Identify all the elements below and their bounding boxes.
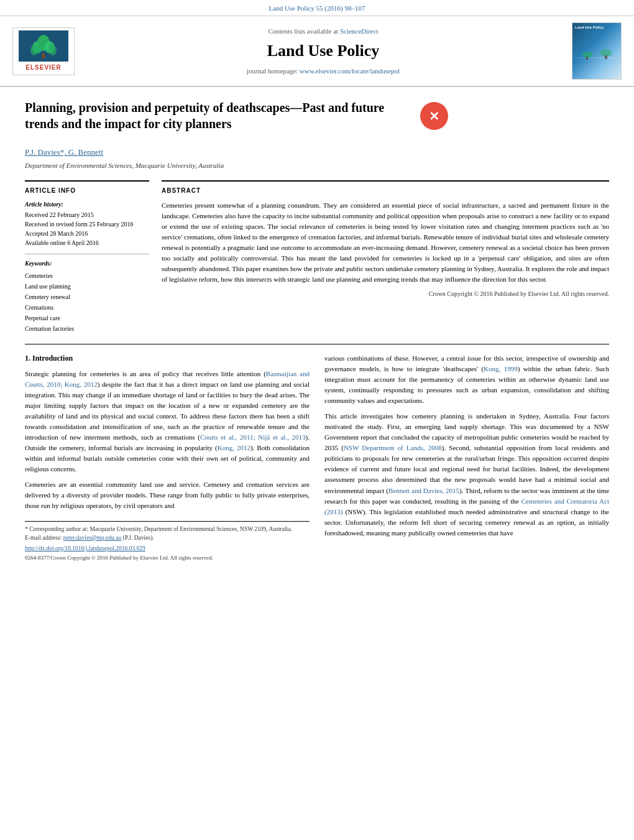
abstract-heading: ABSTRACT: [162, 187, 609, 195]
intro-para-2: Cemeteries are an essential community la…: [25, 479, 310, 511]
intro-heading: 1. Introduction: [25, 353, 310, 364]
keyword-6: Cremation factories: [25, 323, 149, 334]
article-info-heading: ARTICLE INFO: [25, 187, 149, 195]
main-divider: [25, 344, 609, 344]
journal-cover-image: Land Use Policy: [572, 23, 621, 79]
keywords-list: Cemeteries Land use planning Cemetery re…: [25, 270, 149, 334]
ref-act-2013[interactable]: Cemeteries and Crematoria Act (2013): [324, 497, 609, 515]
doi-line: http://dx.doi.org/10.1016/j.landusepol.2…: [25, 545, 310, 553]
keyword-1: Cemeteries: [25, 270, 149, 281]
article-dates: Received 22 February 2015 Received in re…: [25, 210, 149, 247]
ref-basmaijian[interactable]: Basmaijian and Coutts, 2010; Kong, 2012: [25, 370, 310, 388]
abstract-section: ABSTRACT Cemeteries present somewhat of …: [162, 180, 609, 334]
intro-para-1: Strategic planning for cemeteries is an …: [25, 369, 310, 474]
svg-point-6: [49, 45, 57, 55]
contents-label: Contents lists available at: [268, 27, 339, 35]
article-info-panel: ARTICLE INFO Article history: Received 2…: [25, 180, 149, 334]
keyword-4: Cremations: [25, 302, 149, 313]
crossmark-icon: ✕: [429, 108, 439, 125]
svg-rect-12: [605, 55, 607, 59]
tree-icon: [25, 32, 62, 60]
homepage-link[interactable]: www.elsevier.com/locate/landusepol: [300, 67, 400, 75]
body-columns: 1. Introduction Strategic planning for c…: [25, 353, 609, 562]
ref-bennett[interactable]: Bennett and Davies, 2015: [388, 487, 459, 494]
svg-rect-4: [42, 53, 45, 58]
email-link[interactable]: peter.davies@mq.edu.au: [63, 535, 121, 541]
body-col-left: 1. Introduction Strategic planning for c…: [25, 353, 310, 562]
cover-illustration: [575, 33, 618, 67]
ref-coutts[interactable]: Coutts et al., 2011; Nijã et al., 2013: [200, 433, 306, 441]
email-attribution: (P.J. Davies).: [121, 535, 154, 541]
abstract-copyright: Crown Copyright © 2016 Published by Else…: [162, 290, 609, 298]
elsevier-logo-image: [19, 30, 68, 62]
elsevier-brand-text: ELSEVIER: [25, 63, 61, 72]
accepted-date: Accepted 28 March 2016: [25, 229, 149, 238]
svg-point-5: [30, 45, 38, 55]
authors-text: P.J. Davies*, G. Bennett: [25, 147, 103, 157]
body-col-right: various combinations of these. However, …: [324, 353, 609, 562]
cover-title-text: Land Use Policy: [575, 25, 604, 30]
info-divider: [25, 254, 149, 254]
email-line: E-mail address: peter.davies@mq.edu.au (…: [25, 534, 310, 542]
keyword-5: Perpetual care: [25, 313, 149, 323]
history-label: Article history:: [25, 200, 149, 209]
svg-rect-7: [575, 33, 618, 67]
author-link[interactable]: P.J. Davies*, G. Bennett: [25, 147, 103, 157]
citation-text: Land Use Policy 55 (2016) 98–107: [269, 4, 365, 12]
article-info-abstract-row: ARTICLE INFO Article history: Received 2…: [25, 180, 609, 334]
intro-right-para-1: various combinations of these. However, …: [324, 353, 609, 406]
intro-right-para-2: This article investigates how cemetery p…: [324, 411, 609, 538]
journal-cover: Land Use Policy: [572, 22, 622, 80]
article-title: Planning, provision and perpetuity of de…: [25, 99, 410, 132]
elsevier-logo: ELSEVIER: [12, 27, 75, 75]
journal-header: ELSEVIER Contents lists available at Sci…: [0, 16, 634, 87]
svg-rect-11: [586, 57, 588, 60]
article-content: Planning, provision and perpetuity of de…: [0, 87, 634, 574]
citation-bar: Land Use Policy 55 (2016) 98–107: [0, 0, 634, 16]
received-date: Received 22 February 2015: [25, 210, 149, 219]
authors: P.J. Davies*, G. Bennett: [25, 147, 609, 158]
journal-name: Land Use Policy: [87, 40, 559, 62]
corresponding-author-note: * Corresponding author at: Macquarie Uni…: [25, 525, 310, 533]
keyword-2: Land use planning: [25, 281, 149, 292]
footer-copyright: 0264-8377/Crown Copyright © 2016 Publish…: [25, 554, 310, 562]
journal-center: Contents lists available at ScienceDirec…: [75, 27, 572, 76]
ref-kong-1999[interactable]: Kong, 1999: [484, 365, 518, 372]
keywords-label: Keywords:: [25, 259, 149, 268]
crossmark-badge[interactable]: ✕: [420, 102, 448, 130]
journal-homepage: journal homepage: www.elsevier.com/locat…: [87, 67, 559, 76]
keyword-3: Cemetery renewal: [25, 292, 149, 302]
footnote-area: * Corresponding author at: Macquarie Uni…: [25, 521, 310, 561]
available-online-date: Available online 6 April 2016: [25, 238, 149, 247]
received-revised-date: Received in revised form 25 February 201…: [25, 219, 149, 229]
homepage-label: journal homepage:: [247, 67, 300, 75]
doi-link[interactable]: http://dx.doi.org/10.1016/j.landusepol.2…: [25, 545, 145, 552]
affiliation: Department of Environmental Sciences, Ma…: [25, 161, 609, 170]
keywords-section: Keywords: Cemeteries Land use planning C…: [25, 259, 149, 334]
abstract-text: Cemeteries present somewhat of a plannin…: [162, 200, 609, 285]
contents-line: Contents lists available at ScienceDirec…: [87, 27, 559, 36]
ref-kong-2012[interactable]: Kong, 2012: [218, 444, 250, 451]
email-label: E-mail address:: [25, 535, 63, 541]
sciencedirect-link[interactable]: ScienceDirect: [340, 27, 379, 35]
ref-nsw-lands[interactable]: NSW Department of Lands, 2008: [344, 444, 442, 451]
